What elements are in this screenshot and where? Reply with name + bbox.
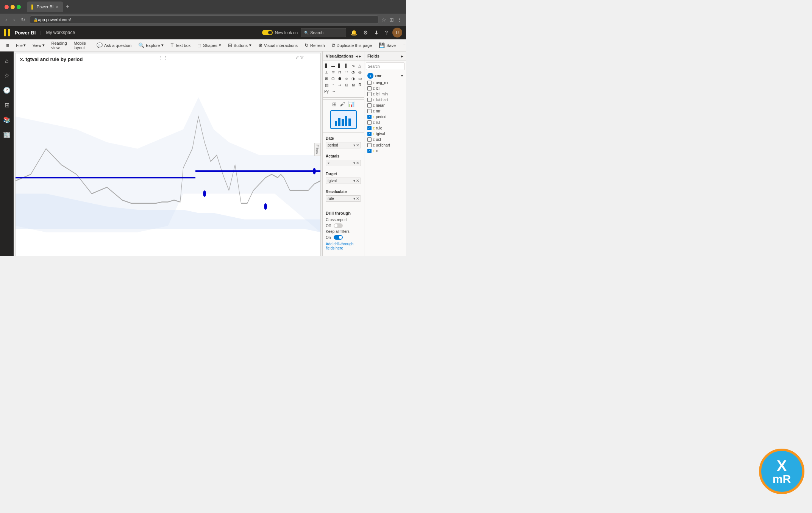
viz-format-icon[interactable]: 🖌 [340,101,345,107]
actuals-dropdown-icon[interactable]: ▾ [353,161,355,165]
url-bar[interactable]: 🔒 app.powerbi.com/ [30,16,378,24]
viz-gauge[interactable]: ◑ [350,75,356,81]
cross-report-track[interactable] [334,223,343,228]
viz-bar-chart[interactable]: ▊ [323,62,329,69]
viz-matrix[interactable]: ⊠ [350,82,356,88]
sidebar-bookmark-icon[interactable]: ☆ [1,69,12,82]
more-options-btn[interactable]: ⋯ [400,41,406,49]
help-icon[interactable]: ? [383,28,389,37]
minimize-btn[interactable] [11,5,15,9]
viz-r-visual[interactable]: R [357,82,363,88]
shapes-btn[interactable]: ◻ Shapes ▾ [194,41,224,50]
add-drill-through-btn[interactable]: Add drill-through fields here [326,241,361,251]
cross-report-toggle[interactable] [334,223,343,228]
viz-filled-map[interactable]: ⬢ [337,75,343,81]
sidebar-learn-icon[interactable]: 📚 [0,113,14,126]
field-item-lcl[interactable]: Σlcl [364,86,406,91]
buttons-btn[interactable]: ⊞ Buttons ▾ [225,41,255,50]
viz-panel-chevron[interactable]: ▸ [359,54,361,58]
viz-pie[interactable]: ◔ [350,69,356,75]
field-item-avg_mr[interactable]: Σavg_mr [364,80,406,86]
keep-all-toggle[interactable] [334,235,343,240]
viz-map[interactable]: ⬡ [330,75,336,81]
target-dropdown-icon[interactable]: ▾ [353,179,355,183]
viz-funnel[interactable]: ⌽ [344,75,350,81]
recalculate-remove-icon[interactable]: ✕ [356,196,359,201]
field-item-x[interactable]: ✓Σx [364,148,406,154]
close-btn[interactable] [5,5,9,9]
new-look-toggle[interactable]: New look on [262,30,298,35]
recalculate-field-row[interactable]: rule ▾ ✕ [326,195,361,202]
viz-scatter[interactable]: ⁙ [344,69,350,75]
viz-python[interactable]: Py [323,88,329,94]
date-remove-icon[interactable]: ✕ [356,143,359,147]
viz-more[interactable]: ⋯ [330,88,336,94]
viz-multi-card[interactable]: ▤ [323,82,329,88]
filter-icon[interactable]: ▽ [300,55,303,60]
refresh-btn[interactable]: ↻ [19,16,27,23]
fields-search[interactable] [364,61,406,72]
date-dropdown-icon[interactable]: ▾ [353,143,355,147]
search-bar[interactable]: 🔍 Search [301,28,346,37]
field-item-ucl[interactable]: Σucl [364,137,406,142]
field-table-xmr[interactable]: x xmr ▾ [364,72,406,80]
fields-search-input[interactable] [366,62,404,70]
toggle-switch[interactable] [262,30,273,35]
forward-btn[interactable]: › [12,16,17,23]
field-checkbox-lcl[interactable] [367,86,372,90]
field-item-period[interactable]: ✓Σperiod [364,114,406,120]
viz-area-chart[interactable]: △ [357,62,363,69]
sidebar-workspace-icon[interactable]: 🏢 [0,128,14,141]
viz-line-col[interactable]: ⊥ [323,69,329,75]
field-checkbox-avg_mr[interactable] [367,81,372,85]
target-remove-icon[interactable]: ✕ [356,179,359,183]
field-item-uclichart[interactable]: Σuclichart [364,142,406,148]
back-btn[interactable]: ‹ [4,16,9,23]
viz-analytics-icon[interactable]: 📊 [348,101,354,107]
duplicate-btn[interactable]: ⧉ Duplicate this page [329,41,375,50]
viz-card[interactable]: ▭ [357,75,363,81]
field-item-lclchart[interactable]: Σlclchart [364,97,406,103]
save-btn[interactable]: 💾 Save [376,41,399,50]
viz-line-chart[interactable]: ∿ [350,62,356,69]
viz-fields-icon[interactable]: ⊞ [332,101,337,107]
keep-all-track[interactable] [334,235,343,240]
hamburger-menu[interactable]: ≡ [3,41,12,50]
mobile-layout-btn[interactable]: Mobile layout [71,39,89,51]
viz-table[interactable]: ⊟ [344,82,350,88]
file-menu[interactable]: File ▾ [13,41,29,49]
field-item-tgtval[interactable]: ✓Σtgtval [364,131,406,137]
field-checkbox-x[interactable]: ✓ [367,149,372,153]
focus-icon[interactable]: ⤢ [295,55,299,60]
field-checkbox-lcl_min[interactable] [367,92,372,96]
field-checkbox-mr[interactable] [367,109,372,113]
browser-tab[interactable]: ▌ Power BI ✕ [27,2,63,12]
sidebar-apps-icon[interactable]: ⊞ [2,98,12,112]
user-avatar[interactable]: U [392,28,402,37]
view-menu[interactable]: View ▾ [30,41,48,49]
sidebar-recent-icon[interactable]: 🕐 [0,84,14,97]
explore-btn[interactable]: 🔍 Explore ▾ [135,41,167,50]
viz-treemap[interactable]: ⊞ [323,75,329,81]
download-icon[interactable]: ⬇ [373,28,380,37]
field-checkbox-ucl[interactable] [367,137,372,142]
field-item-rule[interactable]: ✓Σrule [364,125,406,131]
refresh-btn[interactable]: ↻ Refresh [301,41,328,50]
target-field-row[interactable]: tgtval ▾ ✕ [326,178,361,184]
workspace-link[interactable]: My workspace [46,30,75,35]
settings-icon[interactable]: ⋮ [397,17,402,23]
fields-panel-chevron[interactable]: ▸ [401,54,403,58]
maximize-btn[interactable] [17,5,21,9]
field-checkbox-lclchart[interactable] [367,98,372,102]
ask-question-btn[interactable]: 💬 Ask a question [94,41,134,50]
recalculate-dropdown-icon[interactable]: ▾ [353,196,355,201]
extension-icon[interactable]: ⊞ [389,17,394,23]
viz-ribbon[interactable]: ≋ [330,69,336,75]
viz-panel-expand[interactable]: ◂ [356,54,358,58]
field-item-mean[interactable]: Σmean [364,103,406,108]
filters-side-label[interactable]: Filters [314,143,320,156]
date-field-row[interactable]: period ▾ ✕ [326,142,361,148]
viz-stacked-bar[interactable]: ▬ [330,62,336,69]
field-checkbox-rule[interactable]: ✓ [367,126,372,130]
viz-stacked-col[interactable]: ▌ [344,62,350,69]
